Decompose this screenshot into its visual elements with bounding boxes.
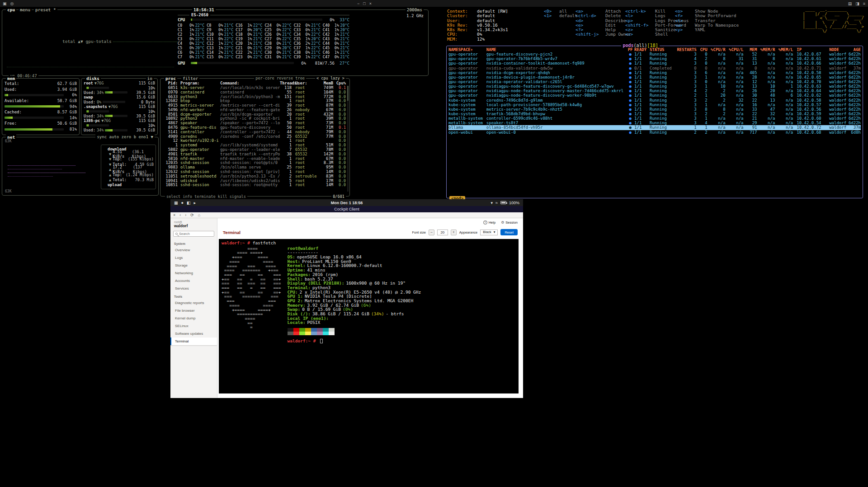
sysbar-tray-icon[interactable]: ▤ <box>848 1 852 6</box>
window-control-icon[interactable]: × <box>369 1 372 6</box>
pod-row[interactable]: kube-system coredns-7496c8d7d-g9lmm ● 1/… <box>448 98 861 103</box>
pod-row[interactable]: gpu-operator nvidia-operator-validator-c… <box>448 80 861 84</box>
sidebar-item[interactable]: Logs <box>170 254 217 262</box>
menubar-tray-icon[interactable]: ▾ <box>491 201 493 205</box>
process-row[interactable]: 12682 btop btop 1 root 37M 0.0 <box>163 98 346 103</box>
column-program[interactable]: Program: <box>178 81 220 85</box>
pods-column-header[interactable]: PF <box>626 47 634 52</box>
btop-menu-button[interactable]: menu <box>19 7 32 12</box>
process-row[interactable]: 12035 sshd-session sshd-session: root@pt… <box>163 161 346 165</box>
process-row[interactable]: 6633 python3 /usr/local/bin/python3 -m u… <box>163 94 346 99</box>
btop-refresh-interval[interactable]: 2000ms <box>406 7 424 12</box>
pods-column-header[interactable]: AGE <box>847 47 861 52</box>
pods-column-header[interactable]: %MEM/L <box>775 47 793 52</box>
pod-row[interactable]: gpu-operator nvidiagpu-node-feature-disc… <box>448 93 861 98</box>
toolbar-icon[interactable]: ‹ <box>179 213 181 217</box>
column-user[interactable]: User: <box>292 81 317 85</box>
window-control-icon[interactable]: □ <box>363 1 365 6</box>
pod-row[interactable]: gpu-operator nvidia-dcgm-exporter-qhdqh … <box>448 70 861 75</box>
sysbar-icon[interactable]: ◎ <box>10 1 14 6</box>
process-row[interactable]: 4909 coredns /coredns -conf /etc/coredns… <box>163 134 346 139</box>
proc-box-title[interactable]: proc <box>164 76 177 81</box>
sidebar-search-box[interactable] <box>173 231 214 237</box>
column-threads[interactable]: Threads: <box>280 81 292 85</box>
menubar-tray-icon[interactable]: ≈ <box>495 201 498 205</box>
pods-column-header[interactable]: %CPU/L <box>726 47 744 52</box>
process-row[interactable]: 9883 ollama /bin/ollama serve 25 root 95… <box>163 165 346 169</box>
pod-row[interactable]: gpu-operator nvidia-cuda-validator-qdw5w… <box>448 66 861 70</box>
pods-column-header[interactable]: IP <box>793 47 826 52</box>
font-size-decrease-button[interactable]: − <box>429 229 434 235</box>
process-row[interactable]: 5496 nfd-worker nfd-worker --feature-gat… <box>163 108 346 112</box>
process-row[interactable]: 4915 metrics-server /metrics-server --ce… <box>163 103 346 108</box>
process-row[interactable]: 10941 udisksd /usr/libexec/udisks2/udisk… <box>163 178 346 183</box>
sidebar-host-block[interactable]: root@ waldorf <box>170 220 217 231</box>
process-row[interactable]: 4867 speaker /speaker --port=7472 --log-… <box>163 121 346 125</box>
pods-column-header[interactable]: %CPU/R <box>708 47 726 52</box>
appearance-select[interactable]: Black ▾ <box>480 229 498 235</box>
reset-button[interactable]: Reset <box>500 229 518 235</box>
net-controls[interactable]: sync auto zero b eno1 ▼ <box>95 135 155 139</box>
proc-filter-button[interactable]: filter <box>181 76 199 81</box>
help-link[interactable]: ? Help <box>483 220 495 225</box>
pods-column-header[interactable]: NAMESPACE↑ <box>448 47 486 52</box>
menubar-icon[interactable]: ● <box>181 201 184 205</box>
column-pid[interactable]: Pid: <box>163 81 178 85</box>
io-toggle[interactable]: io <box>146 76 154 81</box>
process-row[interactable]: 10892 python3 python3 -ic # cockpit-brid… <box>163 117 346 121</box>
process-row[interactable]: 8476 gpu-feature-dis gpu-feature-discove… <box>163 125 346 130</box>
proc-mode-toggles[interactable]: per-core reverse tree <box>254 76 306 80</box>
sidebar-item[interactable]: Networking <box>170 269 217 277</box>
sidebar-item[interactable]: Storage <box>170 262 217 269</box>
pods-column-header[interactable]: CPU <box>697 47 708 52</box>
disks-box-title[interactable]: disks <box>85 76 101 81</box>
sidebar-item[interactable]: Kernel dump <box>170 314 217 322</box>
btop-preset-button[interactable]: preset * <box>34 7 57 12</box>
process-row[interactable]: 6970 containerd containerd 55 root 104M … <box>163 90 346 94</box>
column-cpu[interactable]: Cpu% <box>333 81 346 85</box>
sidebar-item[interactable]: Accounts <box>170 277 217 285</box>
column-command[interactable]: Command: <box>220 81 280 85</box>
font-size-increase-button[interactable]: + <box>451 229 457 235</box>
pod-row[interactable]: kube-system metrics-server-7b9c9c4b9c-nh… <box>448 107 861 112</box>
pod-row[interactable]: gpu-operator gpu-operator-7b76bf48b5-wr4… <box>448 56 861 61</box>
pods-column-header[interactable]: NODE <box>826 47 847 52</box>
pod-row[interactable]: gpu-operator nvidiagpu-node-feature-disc… <box>448 84 861 89</box>
pod-row[interactable]: metallb-system speaker-ts8t7 ● 1/1 Runni… <box>448 121 861 125</box>
pod-row[interactable]: ollama ollama-854bcd54fd-vh95r ● 1/1 Run… <box>448 125 861 130</box>
process-row[interactable]: 12632 sshd-session sshd-session: root [p… <box>163 169 346 174</box>
column-memb[interactable]: MemB <box>317 81 333 85</box>
pod-row[interactable]: gpu-operator nvidia-container-toolkit-da… <box>448 61 861 66</box>
sidebar-item[interactable]: Terminal <box>170 337 217 345</box>
process-row[interactable]: 10851 sshd-session sshd-session: root@no… <box>163 183 346 187</box>
process-row[interactable]: 4901 traefik traefik traefik --entryPoin… <box>163 152 346 156</box>
menubar-clock[interactable]: Mon Dec 1 18:56 <box>331 201 363 205</box>
sidebar-item[interactable]: SELinux <box>170 322 217 330</box>
process-row[interactable]: 12 kworker/u192:0-i 1 root 0.0 <box>163 139 346 143</box>
terminal-screen[interactable]: waldorf:~ # fastfetch ==== ==== ====+ +=… <box>219 239 519 393</box>
sysbar-tray-icon[interactable]: ≡ <box>863 1 865 6</box>
pod-row[interactable]: open-webui open-webui-0 ● 1/1 Running 2 … <box>448 130 861 135</box>
process-row[interactable]: 8501 dcgm-exporter /usr/bin/dcgm-exporte… <box>163 112 346 117</box>
gpu-totals-label[interactable]: total ▲▼ gpu-totals <box>61 39 113 44</box>
menubar-icon[interactable]: ▦ <box>174 201 178 205</box>
cpu-box-title[interactable]: cpu <box>6 7 16 12</box>
menubar-icon[interactable]: ▸ <box>193 201 196 205</box>
pods-column-header[interactable]: STATUS <box>650 47 676 52</box>
toolbar-icon[interactable]: ⌂ <box>198 213 200 217</box>
toolbar-icon[interactable]: × <box>173 213 175 217</box>
pod-row[interactable]: metallb-system controller-6599cd9c46-v88… <box>448 116 861 121</box>
search-input[interactable] <box>179 232 212 236</box>
proc-scrollbar[interactable] <box>347 86 349 192</box>
mem-box-title[interactable]: mem <box>6 76 16 81</box>
sidebar-item[interactable]: File browser <box>170 307 217 314</box>
process-row[interactable]: 5816 nfd-master nfd-master --enable-lead… <box>163 156 346 161</box>
pod-row[interactable]: kube-system local-path-provisioner-57889… <box>448 103 861 107</box>
pod-row[interactable]: kube-system traefik-568db7d9bd-bhvpw ● 1… <box>448 112 861 116</box>
sidebar-item[interactable]: Diagnostic reports <box>170 299 217 307</box>
pod-row[interactable]: gpu-operator gpu-feature-discovery-pjcn2… <box>448 52 861 56</box>
sysbar-tray-icon[interactable]: ◨ <box>855 1 859 6</box>
session-link[interactable]: ⚙ Session <box>501 220 518 225</box>
pods-column-header[interactable]: NAME <box>486 47 626 52</box>
process-row[interactable]: 5141 controller /controller --port=7472 … <box>163 130 346 134</box>
